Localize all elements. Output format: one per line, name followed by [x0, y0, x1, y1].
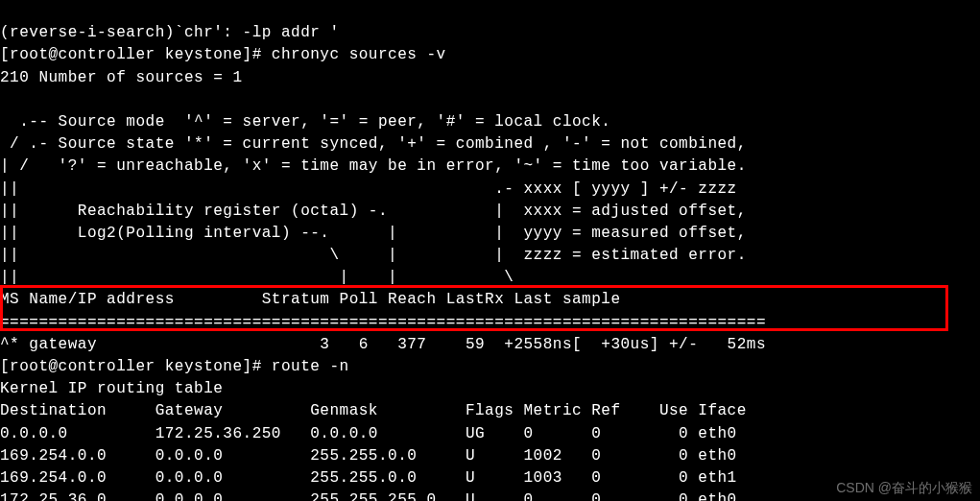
line-route-1: 0.0.0.0 172.25.36.250 0.0.0.0 UG 0 0 0 e… [0, 425, 737, 442]
line-prev: (reverse-i-search)`chr': -lp addr ' [0, 24, 340, 41]
line-legend-offset: || .- xxxx [ yyyy ] +/- zzzz [0, 180, 737, 198]
line-routing-title: Kernel IP routing table [0, 380, 223, 397]
line-header: MS Name/IP address Stratum Poll Reach La… [0, 291, 621, 308]
line-legend-state2: | / '?' = unreachable, 'x' = time may be… [0, 157, 747, 175]
watermark-text: CSDN @奋斗的小猴猴 [836, 478, 972, 497]
line-prompt-chronyc: [root@controller keystone]# chronyc sour… [0, 46, 446, 63]
line-separator: ========================================… [0, 314, 766, 331]
line-legend-branch: || | | \ [0, 269, 514, 286]
line-sources-count: 210 Number of sources = 1 [0, 69, 243, 86]
line-gateway-source: ^* gateway 3 6 377 59 +2558ns[ +30us] +/… [0, 336, 766, 353]
terminal-output[interactable]: (reverse-i-search)`chr': -lp addr ' [roo… [0, 0, 980, 501]
line-route-3: 169.254.0.0 0.0.0.0 255.255.0.0 U 1003 0… [0, 469, 737, 487]
line-legend-reach: || Reachability register (octal) -. | xx… [0, 203, 747, 220]
line-legend-state: / .- Source state '*' = current synced, … [0, 135, 747, 153]
line-prompt-route: [root@controller keystone]# route -n [0, 358, 349, 375]
line-route-2: 169.254.0.0 0.0.0.0 255.255.0.0 U 1002 0… [0, 447, 737, 465]
line-legend-error: || \ | | zzzz = estimated error. [0, 247, 747, 264]
line-route-4: 172.25.36.0 0.0.0.0 255.255.255.0 U 0 0 … [0, 491, 737, 501]
line-routing-header: Destination Gateway Genmask Flags Metric… [0, 402, 747, 419]
line-legend-poll: || Log2(Polling interval) --. | | yyyy =… [0, 225, 747, 242]
line-legend-mode: .-- Source mode '^' = server, '=' = peer… [0, 113, 610, 131]
